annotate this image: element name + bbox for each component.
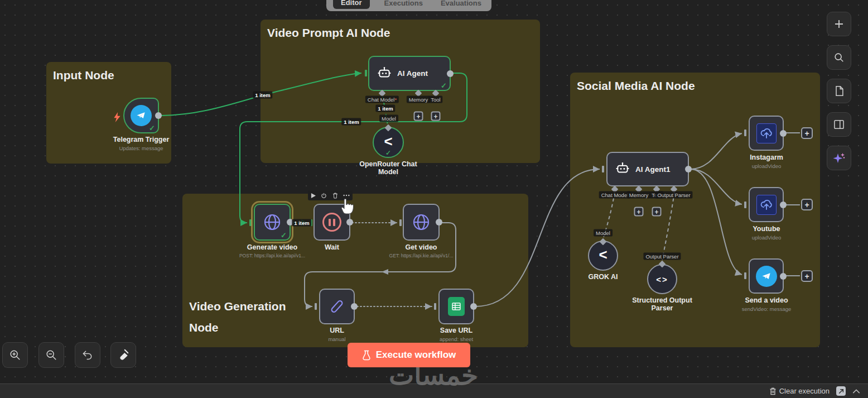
port-label-chat-model: Chat Model: [599, 191, 631, 199]
trash-icon[interactable]: [332, 193, 338, 199]
node-telegram-trigger[interactable]: ✓: [123, 98, 159, 133]
node-openrouter-chat-model[interactable]: < ✓: [373, 127, 404, 158]
add-next-node-button[interactable]: +: [801, 270, 813, 282]
google-sheets-icon: [448, 297, 465, 316]
node-label: Structured Output Parser: [609, 296, 715, 312]
tab-executions[interactable]: Executions: [381, 0, 426, 9]
grok-icon: <: [599, 247, 607, 262]
group-video-generation-node[interactable]: Video Generation Node: [182, 194, 528, 347]
zoom-in-icon: [9, 349, 21, 361]
output-port[interactable]: [436, 219, 442, 226]
success-check-icon: ✓: [281, 231, 287, 239]
output-port[interactable]: [351, 303, 358, 310]
pause-icon: [322, 213, 341, 232]
node-get-video[interactable]: [403, 204, 440, 241]
upload-cloud-icon: [756, 123, 777, 143]
flask-icon: [362, 350, 371, 361]
group-title: Video Prompt AI Node: [261, 20, 540, 46]
port-label-model: Model: [379, 115, 398, 122]
cursor-pointer: [340, 196, 355, 217]
output-port[interactable]: [470, 303, 477, 310]
node-label: Send a video sendVideo: message: [713, 296, 819, 312]
tab-evaluations[interactable]: Evaluations: [437, 0, 485, 9]
port-label-chat-model: Chat Model*: [365, 96, 399, 103]
status-bar: Clear execution: [0, 383, 868, 398]
port-label-tool: Tool: [428, 96, 442, 103]
node-save-url[interactable]: [438, 289, 474, 324]
open-external-button[interactable]: [836, 386, 846, 396]
document-icon: [834, 85, 845, 97]
node-send-a-video[interactable]: [749, 258, 784, 294]
node-instagram[interactable]: [749, 116, 784, 151]
undo-button[interactable]: [75, 342, 100, 368]
search-icon: [833, 52, 845, 63]
output-port[interactable]: [685, 166, 692, 172]
group-title: Input Node: [46, 62, 171, 89]
zoom-out-icon: [45, 349, 57, 361]
add-next-node-button[interactable]: +: [801, 199, 813, 210]
output-port[interactable]: [780, 273, 787, 280]
port-label-output-parser: Output Parser: [643, 253, 681, 260]
add-memory-button[interactable]: +: [414, 112, 423, 121]
edge-count-chip: 1 item: [292, 219, 311, 227]
node-label: GROK AI: [550, 273, 656, 281]
node-generate-video[interactable]: ✓: [254, 204, 291, 241]
robot-icon: [377, 65, 392, 82]
node-label: Get video GET: https://api.kie.ai/api/v1…: [368, 243, 474, 258]
execute-workflow-label: Execute workflow: [376, 349, 456, 361]
node-ai-agent[interactable]: AI Agent ✓: [368, 56, 451, 91]
node-structured-output-parser[interactable]: <>: [647, 264, 677, 294]
node-ai-agent1[interactable]: AI Agent1: [606, 152, 689, 186]
node-label: OpenRouter Chat Model: [335, 160, 441, 176]
node-title: AI Agent: [397, 69, 428, 78]
output-port[interactable]: [346, 219, 353, 226]
output-port[interactable]: [155, 112, 162, 119]
broom-icon: [117, 349, 129, 361]
output-port[interactable]: [780, 130, 787, 137]
play-icon[interactable]: [311, 193, 316, 198]
power-icon[interactable]: [321, 193, 327, 199]
node-label: Save URL append: sheet: [403, 327, 509, 342]
port-label-output-parser: Output Parser: [655, 191, 692, 199]
port-label-memory: Memory: [407, 96, 430, 103]
success-check-icon: ✓: [441, 81, 447, 90]
zoom-in-button[interactable]: [2, 342, 28, 368]
node-label: Youtube uploadVideo: [713, 225, 819, 241]
edge-count-chip: 1 item: [341, 118, 361, 126]
node-title: AI Agent1: [635, 165, 671, 174]
globe-icon: [262, 212, 282, 232]
pencil-icon: [328, 298, 346, 315]
workflow-canvas[interactable]: Input Node Video Prompt AI Node Video Ge…: [0, 0, 868, 398]
edge-count-chip: 1 item: [253, 92, 272, 99]
zoom-out-button[interactable]: [38, 342, 64, 368]
node-label: Instagarm uploadVideo: [713, 154, 819, 169]
ai-assistant-button[interactable]: [827, 146, 851, 170]
add-memory-button[interactable]: +: [634, 207, 644, 217]
trigger-bolt-icon: [113, 112, 121, 124]
upload-cloud-icon: [756, 195, 777, 215]
output-port[interactable]: [447, 70, 454, 77]
search-button[interactable]: [827, 45, 851, 70]
success-check-icon: ✓: [149, 124, 155, 132]
chevron-up-icon[interactable]: [852, 389, 860, 394]
node-youtube[interactable]: [749, 187, 784, 222]
add-node-button[interactable]: [827, 12, 851, 36]
add-next-node-button[interactable]: +: [801, 127, 813, 139]
telegram-icon: [131, 105, 152, 126]
execute-workflow-button[interactable]: Execute workflow: [348, 343, 470, 367]
edge-count-chip: 1 item: [375, 105, 395, 112]
notes-button[interactable]: [827, 79, 851, 103]
add-tool-button[interactable]: +: [431, 112, 441, 121]
globe-icon: [411, 212, 431, 232]
split-panel-icon: [833, 119, 845, 130]
node-label: URL manual: [284, 327, 390, 342]
output-port[interactable]: [780, 202, 787, 208]
tidy-up-button[interactable]: [110, 342, 136, 368]
panel-toggle-button[interactable]: [827, 112, 851, 137]
node-label: Telegram Trigger Updates: message: [88, 136, 194, 151]
tab-editor[interactable]: Editor: [333, 0, 370, 9]
sparkle-icon: [832, 151, 846, 165]
node-url[interactable]: [319, 289, 355, 324]
clear-execution-button[interactable]: Clear execution: [769, 387, 830, 395]
add-tool-button[interactable]: +: [652, 207, 662, 217]
